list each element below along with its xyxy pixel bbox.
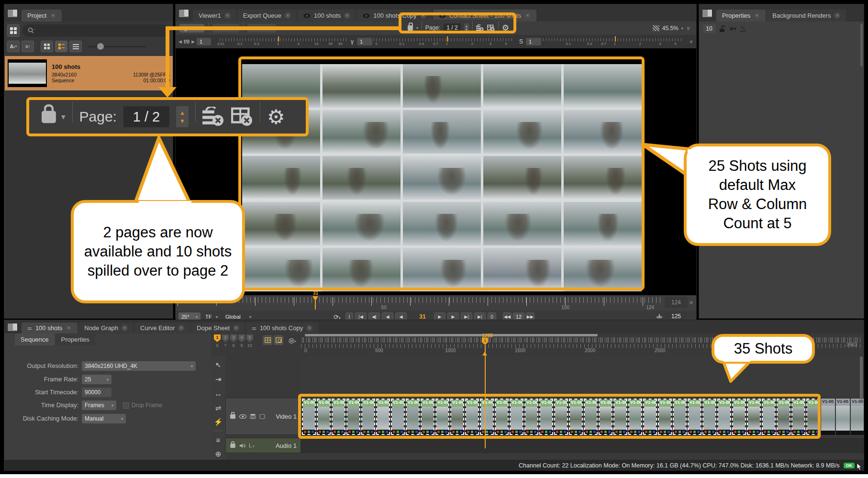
bottom-tab-4[interactable]: ⚌100 shots Copy×	[246, 322, 318, 333]
close-icon[interactable]: ×	[122, 325, 128, 331]
timeline-clip[interactable]: V1-00	[851, 399, 864, 435]
shot-thumbnail[interactable]	[483, 110, 561, 154]
track-layers-icon[interactable]	[250, 414, 256, 419]
timeline-clip[interactable]: V1-00	[317, 399, 331, 435]
timeline-clip[interactable]: V1-00	[569, 399, 583, 435]
lock-caret-icon[interactable]: ▾	[416, 26, 418, 30]
viewer-tab-0[interactable]: Viewer1×	[193, 10, 236, 22]
timeline-clip[interactable]: V1-00	[346, 399, 360, 435]
panel-handle-icon[interactable]	[7, 9, 18, 18]
marker-flag-4[interactable]: 4	[238, 334, 245, 342]
marker-flag-1[interactable]: 1	[214, 334, 221, 342]
project-grid-button[interactable]	[7, 24, 20, 37]
subtab-sequence[interactable]: Sequence	[15, 333, 55, 345]
tab-project[interactable]: Project ×	[22, 10, 62, 22]
gear-icon[interactable]: ⚙	[502, 23, 509, 33]
shot-thumbnail[interactable]	[483, 248, 561, 291]
field-3-select[interactable]: Frames▾	[82, 400, 116, 410]
clear-sheet-icon[interactable]	[487, 24, 495, 32]
timeline-clip[interactable]: V1-00	[762, 399, 776, 435]
viewer-canvas[interactable]	[176, 48, 696, 295]
slider-marker[interactable]	[447, 36, 448, 42]
timeline-clip[interactable]: V1-00	[732, 399, 746, 435]
timeline-clip[interactable]: V1-00	[406, 399, 420, 435]
shot-thumbnail[interactable]	[323, 64, 401, 108]
timeline-playhead-line[interactable]	[485, 345, 486, 448]
bottom-tab-3[interactable]: Dope Sheet×	[191, 322, 245, 333]
razor-tool[interactable]: ⚡	[213, 416, 223, 428]
bottom-tab-1[interactable]: Node Graph×	[78, 322, 134, 333]
panel-handle-icon[interactable]	[7, 323, 18, 332]
slider-marker[interactable]	[615, 36, 616, 42]
shot-thumbnail[interactable]	[242, 248, 320, 291]
select-track-right-tool[interactable]: ⇥	[213, 374, 223, 385]
roll-tool[interactable]: ↔	[213, 388, 223, 400]
marker-flag-8[interactable]: 8	[230, 343, 237, 348]
zoom-caret-icon[interactable]: ▾	[681, 26, 683, 31]
flipbook-icon[interactable]	[656, 313, 663, 320]
scrollbar[interactable]	[860, 23, 863, 67]
timeline-clip[interactable]: V1-00	[584, 399, 598, 435]
timeline-clip[interactable]: V1-00	[836, 399, 850, 435]
close-icon[interactable]: ×	[178, 325, 184, 331]
timeline-clip[interactable]: V1-00	[747, 399, 761, 435]
shot-thumbnail[interactable]	[323, 248, 401, 291]
edit-pencil-icon[interactable]: ✎	[740, 25, 746, 32]
track-lock-icon[interactable]	[230, 414, 235, 418]
timeline-clip[interactable]: V1-00	[777, 399, 790, 435]
timeline-clip[interactable]: V1-00	[717, 399, 731, 435]
shot-thumbnail[interactable]	[564, 202, 642, 245]
field-4-select[interactable]: Manual▾	[82, 414, 126, 423]
close-icon[interactable]: ×	[344, 12, 350, 19]
shot-thumbnail[interactable]	[242, 156, 320, 200]
timeline-clip[interactable]: V1-00	[673, 399, 687, 435]
close-icon[interactable]: ×	[233, 325, 239, 331]
field-1-select[interactable]: 25▾	[82, 375, 111, 384]
collapse-chevron-icon[interactable]: «	[684, 26, 691, 30]
shot-thumbnail[interactable]	[564, 64, 642, 108]
timeline-vscrollbar[interactable]	[860, 356, 863, 400]
timeline-clip[interactable]: V1-00	[702, 399, 716, 435]
close-icon[interactable]: ×	[285, 12, 291, 19]
shot-thumbnail[interactable]	[403, 248, 481, 291]
timeline-clip[interactable]: V1-00	[435, 399, 449, 435]
current-frame[interactable]: 31	[414, 313, 431, 320]
tab-background-renders[interactable]: Background Renders×	[767, 10, 846, 22]
timeline-clip[interactable]: V1-00	[628, 399, 642, 435]
field-2-input[interactable]: 90000	[82, 388, 111, 397]
shot-thumbnail[interactable]	[323, 156, 401, 200]
shot-thumbnail[interactable]	[403, 64, 481, 108]
shot-thumbnail[interactable]	[483, 64, 561, 108]
timeline-clip[interactable]: V1-00	[421, 399, 434, 435]
timeline-clip[interactable]: V1-00	[465, 399, 479, 435]
close-icon[interactable]: ×	[834, 12, 840, 19]
shot-thumbnail[interactable]	[564, 110, 642, 154]
close-icon[interactable]: ×	[50, 12, 56, 19]
timeline-clip[interactable]: V1-00	[643, 399, 657, 435]
timeline-clip[interactable]: V1-00	[554, 399, 568, 435]
shot-thumbnail[interactable]	[323, 110, 401, 154]
timeline-clip[interactable]: V1-00	[821, 399, 835, 435]
slider-marker[interactable]	[278, 36, 279, 42]
proxy-icon[interactable]	[653, 25, 659, 31]
shot-thumbnail[interactable]	[483, 202, 561, 245]
timeline-clip[interactable]: V1-00	[302, 399, 316, 435]
sort-alpha-button[interactable]: Az▾	[7, 41, 20, 52]
audio-track-header[interactable]: L ▾ Audio 1	[225, 438, 301, 453]
timeline-clip[interactable]: V1-00	[450, 399, 464, 435]
viewer-tab-1[interactable]: Export Queue×	[237, 10, 297, 22]
search-input[interactable]	[22, 24, 169, 37]
view-detail-button[interactable]	[55, 41, 67, 52]
panel-handle-icon[interactable]	[178, 9, 189, 18]
bottom-tab-2[interactable]: Curve Editor×	[134, 322, 190, 333]
close-icon[interactable]: ×	[420, 12, 426, 19]
timeline-clip[interactable]: V1-00	[599, 399, 612, 435]
shot-thumbnail[interactable]	[242, 202, 320, 245]
tab-properties[interactable]: Properties×	[716, 10, 766, 22]
timeline-clip[interactable]: V1-00	[539, 399, 553, 435]
gain-slider[interactable]: 0.010.10.313103064	[220, 36, 347, 47]
track-visible-icon[interactable]	[239, 414, 246, 419]
field-0-select[interactable]: 3840x2160 UHD_4K▾	[82, 361, 196, 371]
gamma-value[interactable]: 1	[357, 38, 372, 45]
max-nodes-input[interactable]: 10	[703, 24, 715, 33]
